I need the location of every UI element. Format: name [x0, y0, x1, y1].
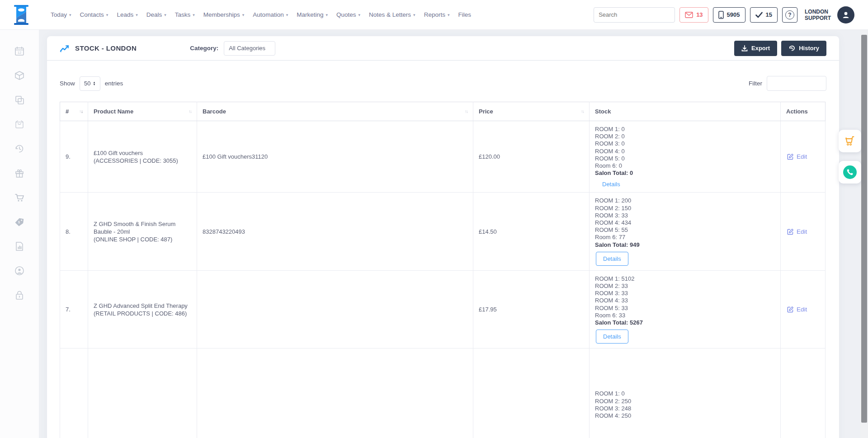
chevron-down-icon: ▾	[136, 13, 138, 17]
report-icon[interactable]	[14, 240, 25, 252]
table-controls: Show 50 ▲▼ entries Filter	[47, 61, 839, 91]
tasks-badge[interactable]: 15	[750, 7, 778, 23]
copy-icon[interactable]	[14, 94, 25, 106]
actions-cell: Edit	[781, 193, 826, 270]
nav-item-quotes[interactable]: Quotes▾	[336, 11, 360, 18]
main-nav: Today▾ Contacts▾ Leads▾ Deals▾ Tasks▾ Me…	[51, 11, 471, 18]
nav-label: Files	[458, 11, 471, 18]
stock-line: ROOM 5: 0	[595, 155, 775, 162]
barcode-cell	[197, 270, 473, 348]
nav-item-automation[interactable]: Automation▾	[253, 11, 288, 18]
navbar-right: 13 5905 15 ? LONDON SUPPORT	[594, 6, 854, 24]
envelope-icon	[685, 12, 693, 18]
col-header-name[interactable]: Product Name↑↓	[88, 102, 197, 121]
nav-label: Tasks	[175, 11, 191, 18]
checkmark-icon	[755, 12, 763, 18]
stock-line: ROOM 3: 33	[595, 212, 775, 219]
nav-item-tasks[interactable]: Tasks▾	[175, 11, 195, 18]
col-header-actions: Actions	[781, 102, 826, 121]
vertical-scrollbar[interactable]	[860, 30, 868, 438]
search-input[interactable]	[594, 11, 675, 18]
export-label: Export	[751, 45, 770, 52]
stock-line: ROOM 1: 5102	[595, 275, 775, 283]
floating-cart-button[interactable]	[839, 130, 861, 152]
nav-item-memberships[interactable]: Memberships▾	[203, 11, 245, 18]
calendar-icon[interactable]: 12	[14, 45, 25, 57]
edit-label: Edit	[797, 228, 807, 235]
edit-button[interactable]: Edit	[786, 306, 820, 313]
nav-label: Deals	[146, 11, 162, 18]
history-icon	[788, 45, 795, 52]
stock-table: #↑↓ Product Name↑↓ Barcode↑↓ Price↑↓ Sto…	[60, 102, 826, 438]
product-meta: (ONLINE SHOP | CODE: 487)	[94, 235, 191, 243]
category-value: All Categories	[229, 45, 265, 52]
nav-label: Marketing	[297, 11, 323, 18]
details-button[interactable]: Details	[596, 330, 628, 344]
nav-item-reports[interactable]: Reports▾	[424, 11, 450, 18]
messages-badge[interactable]: 13	[679, 7, 708, 23]
stock-cell: ROOM 1: 5102 ROOM 2: 33 ROOM 3: 33 ROOM …	[590, 270, 781, 348]
sort-icon: ↑↓	[581, 109, 584, 114]
help-button[interactable]: ?	[782, 7, 797, 23]
edit-label: Edit	[797, 153, 807, 160]
history-label: History	[799, 45, 819, 52]
svg-text:$: $	[18, 221, 20, 224]
calls-badge[interactable]: 5905	[713, 7, 745, 23]
bag-icon[interactable]	[14, 118, 25, 130]
filter-input[interactable]	[767, 76, 826, 91]
nav-item-marketing[interactable]: Marketing▾	[297, 11, 328, 18]
entries-select[interactable]: 50 ▲▼	[80, 76, 100, 91]
product-name-cell: Z GHD Smooth & Finish Serum Bauble - 20m…	[88, 193, 197, 270]
cart-icon[interactable]	[14, 192, 25, 203]
avatar[interactable]	[837, 6, 854, 24]
page-title-text: STOCK - LONDON	[75, 44, 137, 52]
col-header-barcode[interactable]: Barcode↑↓	[197, 102, 473, 121]
stock-line: ROOM 3: 248	[595, 405, 775, 412]
lock-icon[interactable]	[14, 289, 25, 301]
barcode-cell: £100 Gift vouchers31120	[197, 121, 473, 193]
edit-icon	[787, 228, 794, 235]
app-logo-icon[interactable]	[14, 5, 29, 25]
nav-item-files[interactable]: Files	[458, 11, 471, 18]
gift-icon[interactable]	[14, 167, 25, 179]
scrollbar-thumb[interactable]	[861, 35, 867, 423]
salon-total: Salon Total: 5267	[595, 319, 775, 326]
table-row: 8. Z GHD Smooth & Finish Serum Bauble - …	[60, 193, 826, 270]
sort-icon: ↑↓	[79, 109, 82, 114]
product-name-cell: £100 Gift vouchers (ACCESSORIES | CODE: …	[88, 121, 197, 193]
edit-button[interactable]: Edit	[786, 153, 820, 160]
details-button[interactable]: Details	[596, 252, 628, 266]
col-header-price[interactable]: Price↑↓	[473, 102, 590, 121]
cube-icon[interactable]	[14, 70, 25, 81]
stock-line: ROOM 4: 434	[595, 219, 775, 226]
stock-cell: ROOM 1: 0 ROOM 2: 250 ROOM 3: 248 ROOM 4…	[590, 349, 781, 438]
nav-item-notes-letters[interactable]: Notes & Letters▾	[369, 11, 415, 18]
nav-item-deals[interactable]: Deals▾	[146, 11, 166, 18]
row-number: 9.	[60, 121, 88, 193]
nav-label: Today	[51, 11, 67, 18]
price-tag-icon[interactable]: $	[14, 216, 25, 228]
sort-icon: ↑↓	[189, 109, 191, 114]
actions-cell: Edit	[781, 121, 826, 193]
floating-phone-button[interactable]	[839, 161, 861, 184]
history-button[interactable]: History	[781, 41, 826, 56]
stock-line: ROOM 1: 200	[595, 197, 775, 204]
top-navbar: Today▾ Contacts▾ Leads▾ Deals▾ Tasks▾ Me…	[0, 0, 868, 30]
nav-item-contacts[interactable]: Contacts▾	[80, 11, 108, 18]
edit-button[interactable]: Edit	[786, 228, 820, 235]
sort-icon: ↑↓	[465, 109, 467, 114]
nav-item-today[interactable]: Today▾	[51, 11, 71, 18]
stock-cell: ROOM 1: 200 ROOM 2: 150 ROOM 3: 33 ROOM …	[590, 193, 781, 270]
category-select[interactable]: All Categories	[224, 41, 275, 56]
question-mark-icon: ?	[785, 10, 794, 19]
chevron-down-icon: ▾	[413, 13, 415, 17]
history-icon[interactable]	[14, 143, 25, 155]
search-box	[594, 7, 675, 23]
col-header-num[interactable]: #↑↓	[60, 102, 88, 121]
filter-label: Filter	[749, 80, 762, 87]
user-circle-icon[interactable]	[14, 265, 25, 277]
nav-item-leads[interactable]: Leads▾	[117, 11, 137, 18]
col-header-stock: Stock	[590, 102, 781, 121]
export-button[interactable]: Export	[734, 41, 777, 56]
details-link[interactable]: Details	[602, 181, 620, 188]
